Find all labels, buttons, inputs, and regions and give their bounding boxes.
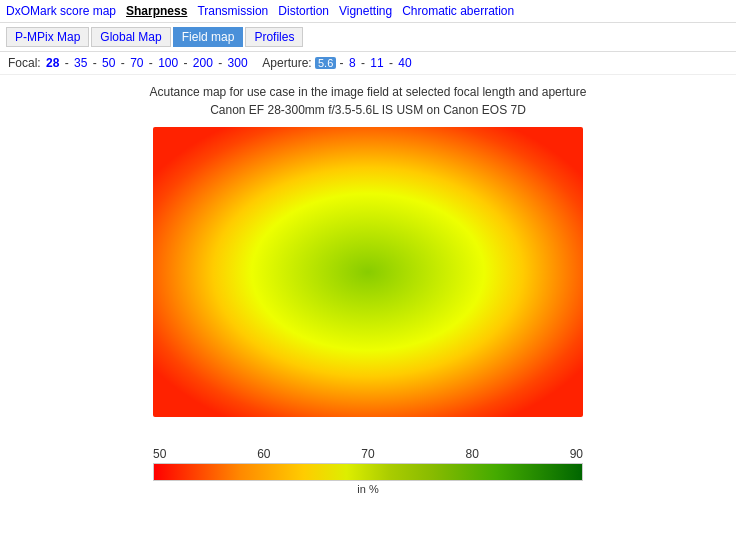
aperture-8[interactable]: 8 (349, 56, 356, 70)
legend-50: 50 (153, 447, 166, 461)
legend-80: 80 (465, 447, 478, 461)
top-navigation: DxOMark score map Sharpness Transmission… (0, 0, 736, 23)
legend-unit: in % (357, 483, 378, 495)
nav-sharpness[interactable]: Sharpness (126, 4, 187, 18)
sub-navigation: P-MPix Map Global Map Field map Profiles (0, 23, 736, 52)
subnav-profiles[interactable]: Profiles (245, 27, 303, 47)
heatmap (153, 127, 583, 417)
legend-area: 50 60 70 80 90 in % (20, 447, 716, 495)
aperture-label: Aperture: (262, 56, 311, 70)
focal-100[interactable]: 100 (158, 56, 178, 70)
params-row: Focal: 28 - 35 - 50 - 70 - 100 - 200 - 3… (0, 52, 736, 75)
aperture-56[interactable]: 5.6 (315, 57, 336, 69)
focal-300[interactable]: 300 (228, 56, 248, 70)
focal-28[interactable]: 28 (46, 56, 59, 70)
svg-rect-0 (153, 127, 583, 417)
nav-dxomark-score[interactable]: DxOMark score map (6, 4, 116, 18)
main-content: Acutance map for use case in the image f… (0, 75, 736, 505)
nav-transmission[interactable]: Transmission (197, 4, 268, 18)
focal-200[interactable]: 200 (193, 56, 213, 70)
legend-70: 70 (361, 447, 374, 461)
focal-label: Focal: (8, 56, 41, 70)
aperture-40[interactable]: 40 (398, 56, 411, 70)
chart-title: Acutance map for use case in the image f… (20, 85, 716, 99)
legend-60: 60 (257, 447, 270, 461)
subnav-pmpix[interactable]: P-MPix Map (6, 27, 89, 47)
nav-distortion[interactable]: Distortion (278, 4, 329, 18)
legend-bar (153, 463, 583, 481)
aperture-11[interactable]: 11 (370, 56, 383, 70)
subnav-global[interactable]: Global Map (91, 27, 170, 47)
subnav-field[interactable]: Field map (173, 27, 244, 47)
focal-50[interactable]: 50 (102, 56, 115, 70)
chart-subtitle: Canon EF 28-300mm f/3.5-5.6L IS USM on C… (20, 103, 716, 117)
nav-vignetting[interactable]: Vignetting (339, 4, 392, 18)
focal-35[interactable]: 35 (74, 56, 87, 70)
nav-chromatic[interactable]: Chromatic aberration (402, 4, 514, 18)
legend-labels: 50 60 70 80 90 (153, 447, 583, 461)
focal-70[interactable]: 70 (130, 56, 143, 70)
heatmap-wrapper (153, 127, 583, 417)
legend-90: 90 (570, 447, 583, 461)
